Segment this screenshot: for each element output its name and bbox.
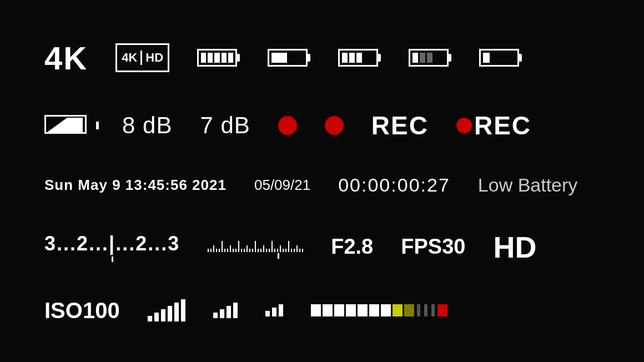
rec-label-2: REC <box>474 110 531 140</box>
ruler-ticks <box>208 235 303 252</box>
db2-label: 7 dB <box>200 112 250 139</box>
camera-overlay-ui: 4K 4K HD <box>0 0 644 362</box>
badge-hd-part: HD <box>142 51 163 65</box>
battery-slash-icon <box>44 115 94 136</box>
row-resolution-battery: 4K 4K HD <box>44 39 600 77</box>
bar-3 <box>161 309 165 321</box>
bar-2 <box>272 308 276 316</box>
level-text: 3...2...|...2...3 <box>44 232 180 255</box>
low-battery-label: Low Battery <box>478 174 578 196</box>
date-short-label: 05/09/21 <box>254 177 310 194</box>
seg-6 <box>369 304 379 316</box>
bar-1 <box>265 311 270 316</box>
bar-4 <box>168 306 172 321</box>
battery-low-icon <box>409 49 451 67</box>
seg-9-olive <box>404 304 414 316</box>
battery-vlow-icon <box>479 49 522 67</box>
seg-dash-1 <box>417 304 420 316</box>
seg-8-yellow <box>393 304 402 316</box>
rec-dot-2 <box>325 116 344 135</box>
battery-half-icon <box>338 49 381 67</box>
battery-full-icon <box>197 49 240 67</box>
row-datetime-status: Sun May 9 13:45:56 2021 05/09/21 00:00:0… <box>44 174 600 196</box>
signal-bars-full <box>148 299 185 321</box>
seg-1 <box>311 304 321 316</box>
seg-red <box>437 304 447 316</box>
seg-5 <box>358 304 368 316</box>
scale-ruler <box>208 235 303 259</box>
level-indicator <box>112 257 113 262</box>
bar-3 <box>279 304 283 316</box>
signal-bars-medium <box>213 303 238 318</box>
seg-dash-3 <box>431 304 435 316</box>
level-bar-segments <box>311 304 447 316</box>
timecode-label: 00:00:00:27 <box>338 174 450 196</box>
datetime-label: Sun May 9 13:45:56 2021 <box>44 177 227 194</box>
seg-7 <box>381 304 391 316</box>
iso-label: ISO100 <box>44 298 120 323</box>
seg-dash-2 <box>424 304 427 316</box>
row-level-aperture: 3...2...|...2...3 <box>44 230 600 264</box>
bar-1 <box>148 316 152 321</box>
rec-with-dot-group: REC <box>456 110 531 140</box>
fps-label: FPS30 <box>401 235 465 259</box>
badge-4k-part: 4K <box>122 51 142 65</box>
hd-label: HD <box>493 230 536 264</box>
seg-3 <box>334 304 344 316</box>
rec-dot-1 <box>278 116 297 135</box>
label-4k: 4K <box>44 39 88 77</box>
row-iso-signal-level: ISO100 <box>44 298 600 323</box>
bar-1 <box>213 313 218 318</box>
db1-label: 8 dB <box>122 112 172 139</box>
level-meter-text: 3...2...|...2...3 <box>44 232 180 262</box>
battery-quarter-icon <box>268 49 310 67</box>
rec-dot-inline <box>456 118 472 133</box>
seg-4 <box>346 304 356 316</box>
aperture-label: F2.8 <box>331 235 373 259</box>
ruler-indicator <box>278 253 279 259</box>
bar-4 <box>233 303 238 318</box>
svg-marker-0 <box>47 118 83 132</box>
badge-4khd: 4K HD <box>115 43 169 72</box>
bar-5 <box>174 303 179 321</box>
bar-2 <box>220 309 224 318</box>
row-db-rec: 8 dB 7 dB REC REC <box>44 110 600 140</box>
signal-bars-low <box>265 304 283 316</box>
bar-2 <box>154 313 159 321</box>
bar-3 <box>227 306 231 318</box>
bar-6 <box>181 299 185 321</box>
seg-2 <box>323 304 333 316</box>
rec-label-1: REC <box>371 110 429 140</box>
